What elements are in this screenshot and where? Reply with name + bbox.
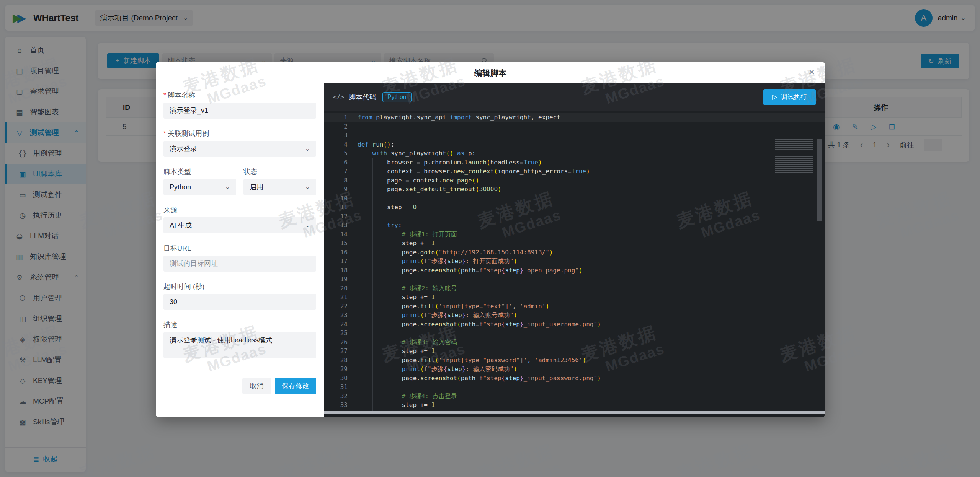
line-number: 11 [324,203,358,212]
cancel-button[interactable]: 取消 [242,378,271,394]
code-line-1: 1from playwright.sync_api import sync_pl… [324,113,825,122]
line-number: 17 [324,257,358,266]
save-button[interactable]: 保存修改 [275,378,316,394]
code-line-28: 28page.fill('input[type="password"]', 'a… [324,356,825,365]
close-icon[interactable]: ✕ [808,68,815,76]
line-number: 8 [324,176,358,185]
line-number: 13 [324,221,358,230]
minimap [775,139,813,177]
line-number: 21 [324,293,358,302]
source-label: 来源 [163,206,316,214]
line-number: 10 [324,194,358,203]
edit-script-modal: 编辑脚本 ✕ *脚本名称 演示登录_v1 *关联测试用例 演示登录 ⌄ 脚本类型… [156,62,825,417]
code-line-30: 30page.screenshot(path=f"step{step}_inpu… [324,374,825,383]
code-line-29: 29print(f"步骤{step}: 输入密码成功") [324,365,825,374]
chevron-down-icon: ⌄ [225,184,230,190]
line-number: 2 [324,122,358,131]
code-line-3: 3 [324,131,825,140]
line-number: 31 [324,383,358,392]
line-number: 5 [324,149,358,158]
timeout-input[interactable]: 30 [163,294,316,310]
code-editor[interactable]: 1from playwright.sync_api import sync_pl… [324,111,825,414]
line-number: 22 [324,302,358,311]
script-type-select[interactable]: Python ⌄ [163,179,236,195]
timeout-label: 超时时间 (秒) [163,282,316,291]
line-number: 27 [324,347,358,356]
code-line-26: 26# 步骤3: 输入密码 [324,338,825,347]
line-number: 9 [324,185,358,194]
editor-title: 脚本代码 [349,93,376,102]
line-number: 28 [324,356,358,365]
form-divider [163,369,316,369]
code-line-27: 27step += 1 [324,347,825,356]
modal-title: 编辑脚本 [156,62,825,84]
source-select[interactable]: AI 生成 ⌄ [163,217,316,233]
code-line-9: 9page.set_default_timeout(30000) [324,185,825,194]
description-label: 描述 [163,321,316,329]
play-icon: ▷ [772,93,777,101]
line-number: 20 [324,284,358,293]
script-type-label: 脚本类型 [163,168,236,176]
line-number: 32 [324,392,358,401]
code-line-10: 10 [324,194,825,203]
vertical-scrollbar[interactable] [817,139,822,221]
line-number: 25 [324,329,358,338]
target-url-label: 目标URL [163,244,316,252]
editor-header: </> 脚本代码 Python ▷ 调试执行 [324,83,825,111]
chevron-down-icon: ⌄ [305,222,310,228]
status-select[interactable]: 启用 ⌄ [243,179,316,195]
code-line-5: 5with sync_playwright() as p: [324,149,825,158]
script-name-input[interactable]: 演示登录_v1 [163,103,316,119]
code-line-25: 25 [324,329,825,338]
code-line-19: 19 [324,275,825,284]
description-textarea[interactable]: 演示登录测试 - 使用headless模式 [163,332,316,358]
code-line-33: 33step += 1 [324,400,825,410]
language-badge: Python [382,92,412,102]
code-line-22: 22page.fill('input[type="text"]', 'admin… [324,302,825,311]
line-number: 16 [324,248,358,257]
code-line-31: 31 [324,383,825,392]
code-line-23: 23print(f"步骤{step}: 输入账号成功") [324,311,825,320]
code-icon: </> [333,93,344,101]
line-number: 33 [324,400,358,410]
code-line-7: 7context = browser.new_context(ignore_ht… [324,167,825,176]
code-line-15: 15step += 1 [324,239,825,248]
code-line-2: 2 [324,122,825,131]
script-form: *脚本名称 演示登录_v1 *关联测试用例 演示登录 ⌄ 脚本类型 Python… [156,83,324,417]
code-line-16: 16page.goto("http://192.168.150.114:8913… [324,248,825,257]
code-line-11: 11step = 0 [324,203,825,212]
line-number: 18 [324,266,358,275]
chevron-down-icon: ⌄ [305,146,310,152]
script-name-label: *脚本名称 [163,91,316,99]
line-number: 29 [324,365,358,374]
debug-run-button[interactable]: ▷ 调试执行 [763,89,816,105]
code-line-13: 13try: [324,221,825,230]
code-line-8: 8page = context.new_page() [324,176,825,185]
line-number: 26 [324,338,358,347]
code-line-4: 4def run(): [324,140,825,149]
code-line-32: 32# 步骤4: 点击登录 [324,392,825,401]
code-line-18: 18page.screenshot(path=f"step{step}_open… [324,266,825,275]
code-line-24: 24page.screenshot(path=f"step{step}_inpu… [324,320,825,329]
code-editor-panel: </> 脚本代码 Python ▷ 调试执行 1from playwright.… [324,83,825,417]
linked-case-label: *关联测试用例 [163,129,316,138]
line-number: 23 [324,311,358,320]
line-number: 12 [324,212,358,221]
line-number: 4 [324,140,358,149]
horizontal-scrollbar[interactable] [324,411,825,414]
line-number: 19 [324,275,358,284]
line-number: 1 [324,113,358,122]
code-line-14: 14# 步骤1: 打开页面 [324,230,825,239]
line-number: 6 [324,158,358,167]
code-line-12: 12 [324,212,825,221]
linked-case-select[interactable]: 演示登录 ⌄ [163,141,316,157]
line-number: 14 [324,230,358,239]
code-line-6: 6browser = p.chromium.launch(headless=Tr… [324,158,825,167]
line-number: 24 [324,320,358,329]
status-label: 状态 [243,168,316,176]
chevron-down-icon: ⌄ [305,184,310,190]
target-url-input[interactable]: 测试的目标网址 [163,256,316,272]
line-number: 7 [324,167,358,176]
line-number: 3 [324,131,358,140]
code-line-17: 17print(f"步骤{step}: 打开页面成功") [324,257,825,266]
